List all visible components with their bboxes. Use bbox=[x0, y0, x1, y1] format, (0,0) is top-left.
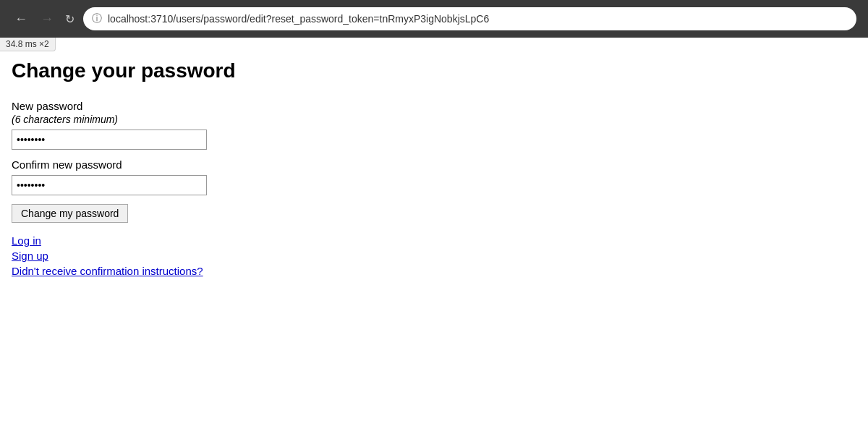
new-password-hint: (6 characters minimum) bbox=[12, 114, 856, 125]
page-content: Change your password New password (6 cha… bbox=[0, 45, 868, 289]
signup-link[interactable]: Sign up bbox=[12, 250, 856, 262]
confirm-password-label: Confirm new password bbox=[12, 158, 856, 171]
new-password-input[interactable] bbox=[12, 130, 207, 150]
forward-button[interactable]: → bbox=[38, 9, 56, 28]
back-button[interactable]: ← bbox=[12, 9, 30, 28]
address-bar[interactable]: ⓘ localhost:3710/users/password/edit?res… bbox=[83, 7, 856, 30]
password-form: New password (6 characters minimum) Conf… bbox=[12, 100, 856, 232]
new-password-label: New password bbox=[12, 100, 856, 112]
change-password-button[interactable]: Change my password bbox=[12, 204, 128, 223]
login-link[interactable]: Log in bbox=[12, 234, 856, 247]
address-text: localhost:3710/users/password/edit?reset… bbox=[108, 13, 489, 25]
info-icon: ⓘ bbox=[92, 12, 102, 25]
confirm-password-input[interactable] bbox=[12, 175, 207, 195]
nav-buttons: ← → ↻ bbox=[12, 9, 75, 28]
reload-button[interactable]: ↻ bbox=[65, 12, 75, 26]
links-section: Log in Sign up Didn't receive confirmati… bbox=[12, 234, 856, 277]
browser-chrome: ← → ↻ ⓘ localhost:3710/users/password/ed… bbox=[0, 0, 868, 38]
confirmation-link[interactable]: Didn't receive confirmation instructions… bbox=[12, 265, 856, 277]
page-title: Change your password bbox=[12, 59, 856, 82]
